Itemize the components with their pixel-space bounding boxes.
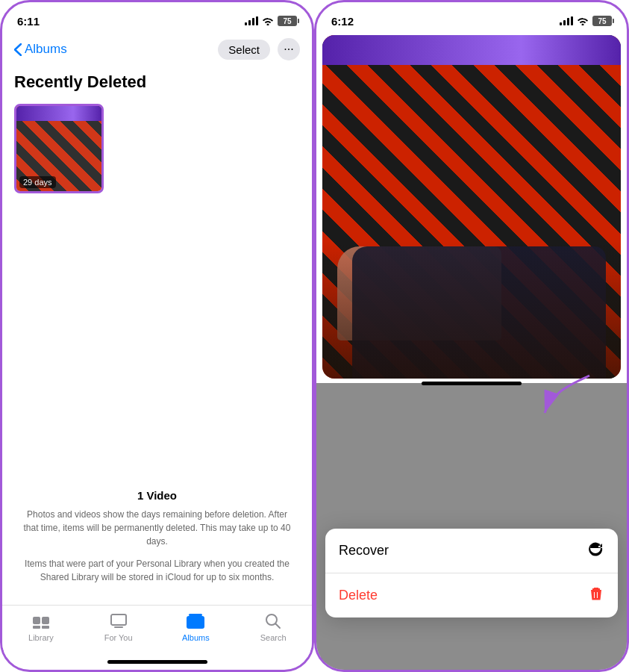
delete-label: Delete: [339, 588, 378, 603]
more-button[interactable]: ···: [278, 38, 300, 60]
status-icons-right: 75: [560, 16, 612, 26]
chevron-left-icon: [14, 43, 22, 56]
tab-foryou-label: For You: [104, 633, 133, 642]
svg-rect-0: [33, 617, 40, 624]
action-sheet: Recover Delete: [325, 529, 618, 617]
svg-rect-5: [187, 616, 204, 629]
nav-actions: Select ···: [218, 38, 300, 60]
battery-icon-right: 75: [592, 16, 612, 26]
time-left: 6:11: [17, 15, 40, 28]
wifi-icon: [262, 16, 274, 25]
delete-icon: [588, 585, 604, 606]
recover-icon: [588, 541, 604, 561]
fabric-top-stripe: [322, 35, 621, 65]
photo-grid: 29 days: [2, 101, 312, 196]
phone-left: 6:11 75 Albums Select: [0, 0, 314, 672]
wifi-icon-right: [577, 16, 589, 25]
photo-thumbnail[interactable]: 29 days: [14, 104, 104, 193]
page-title: Recently Deleted: [2, 66, 312, 101]
nav-bar-left: Albums Select ···: [2, 35, 312, 66]
time-right: 6:12: [331, 15, 354, 28]
search-icon: [263, 612, 283, 631]
signal-icon: [245, 16, 258, 25]
recover-label: Recover: [339, 543, 389, 559]
phone-right: 6:12 75: [314, 0, 629, 672]
photo-fullscreen: [322, 35, 621, 379]
home-indicator-left: [107, 660, 207, 664]
tab-library-label: Library: [28, 633, 54, 642]
status-bar-right: 6:12 75: [316, 2, 627, 35]
days-remaining-label: 29 days: [19, 176, 56, 188]
signal-icon-right: [560, 16, 573, 25]
library-icon: [31, 612, 51, 631]
delete-action[interactable]: Delete: [325, 573, 618, 617]
arrow-pointer: [530, 368, 604, 428]
recover-action[interactable]: Recover: [325, 529, 618, 573]
tab-library[interactable]: Library: [19, 612, 63, 642]
arrow-annotation: [530, 368, 604, 431]
description-text-2: Items that were part of your Personal Li…: [20, 557, 294, 584]
video-count-label: 1 Video: [20, 489, 294, 502]
tab-search-label: Search: [260, 633, 287, 642]
select-button[interactable]: Select: [218, 40, 270, 60]
status-icons-left: 75: [245, 16, 297, 26]
foryou-icon: [109, 612, 128, 631]
tab-albums-label: Albums: [182, 633, 210, 642]
tab-search[interactable]: Search: [251, 612, 295, 642]
description-section: 1 Video Photos and videos show the days …: [2, 477, 312, 605]
svg-rect-3: [42, 626, 49, 629]
svg-rect-4: [111, 615, 126, 625]
status-bar-left: 6:11 75: [2, 2, 312, 35]
svg-rect-6: [189, 614, 202, 616]
battery-icon-left: 75: [278, 16, 297, 26]
tab-bar-left: Library For You Albums: [2, 605, 312, 657]
full-photo-image: [322, 35, 621, 379]
photo-overlay: [322, 241, 621, 379]
tab-albums[interactable]: Albums: [173, 612, 218, 642]
svg-rect-2: [33, 626, 40, 629]
albums-icon: [186, 612, 205, 631]
description-text-1: Photos and videos show the days remainin…: [20, 508, 294, 548]
svg-rect-1: [42, 617, 49, 624]
tab-foryou[interactable]: For You: [96, 612, 141, 642]
back-button[interactable]: Albums: [14, 42, 67, 57]
